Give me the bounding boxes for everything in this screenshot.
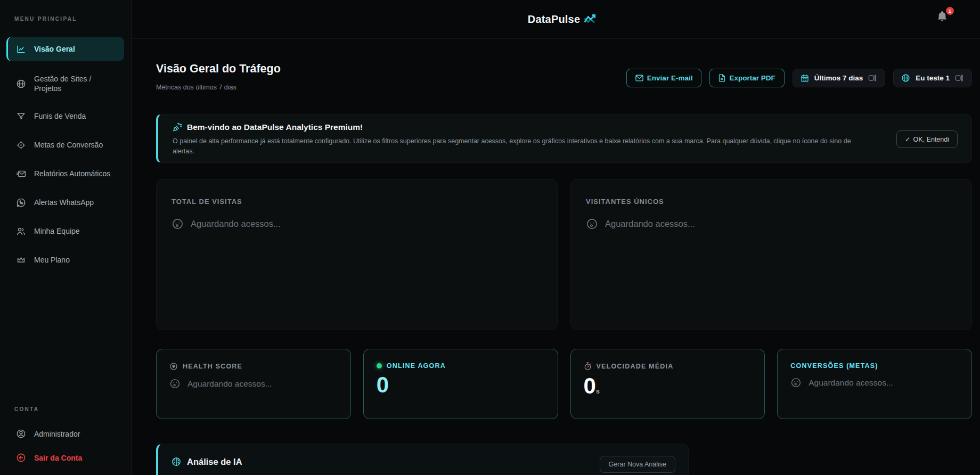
text-cursor-input-icon (955, 73, 964, 83)
users-icon (16, 226, 26, 236)
text-cursor-input-icon (868, 73, 877, 83)
export-pdf-label: Exportar PDF (729, 74, 775, 82)
stat-title: CONVERSÕES (METAS) (790, 362, 878, 370)
sidebar: MENU PRINCIPAL Visão Geral Gestão de Sit… (0, 0, 132, 475)
main-content: Visão Geral do Tráfego Métricas dos últi… (132, 39, 980, 475)
sidebar-item-administrador[interactable]: Administrador (0, 422, 131, 446)
sidebar-item-sair-da-conta[interactable]: Sair da Conta (0, 446, 131, 470)
sidebar-item-minha-equipe[interactable]: Minha Equipe (0, 217, 131, 245)
sidebar-item-label: Metas de Conversão (34, 141, 103, 149)
banner-dismiss-button[interactable]: ✓ OK, Entendi (896, 130, 958, 148)
app-logo: DataPulse (528, 13, 598, 26)
banner-body: O painel de alta performance já está tot… (173, 136, 860, 157)
card-placeholder: Aguardando acessos... (191, 219, 281, 229)
metric-cards-row: TOTAL DE VISITAS Aguardando acessos... V… (156, 179, 972, 330)
sidebar-account-section: CONTA Administrador Sair da Conta (0, 406, 131, 470)
line-chart-icon (16, 44, 26, 54)
stat-title: VELOCIDADE MÉDIA (597, 363, 674, 370)
card-placeholder: Aguardando acessos... (605, 219, 695, 229)
stats-row: HEALTH SCORE Aguardando acessos... ONLIN… (156, 349, 972, 419)
whatsapp-icon (16, 198, 26, 208)
card-visitantes-unicos: VISITANTES ÚNICOS Aguardando acessos... (570, 179, 972, 330)
stat-conversoes-metas: CONVERSÕES (METAS) Aguardando acessos... (777, 349, 972, 419)
banner-dismiss-label: OK, Entendi (913, 136, 949, 143)
stat-online-agora: ONLINE AGORA 0 (363, 349, 558, 419)
file-pdf-icon (718, 74, 725, 82)
account-section-label: CONTA (14, 406, 131, 412)
funnel-icon (16, 111, 26, 121)
ai-panel-title: Análise de IA (187, 457, 242, 467)
stat-placeholder: Aguardando acessos... (808, 378, 893, 388)
stat-title: HEALTH SCORE (183, 363, 242, 370)
waiting-face-icon (172, 218, 184, 230)
globe-cyan-icon (901, 73, 910, 83)
envelope-icon (635, 75, 643, 81)
waiting-face-icon (169, 378, 181, 389)
card-title: VISITANTES ÚNICOS (586, 198, 957, 206)
generate-analysis-button[interactable]: Gerar Nova Análise (600, 456, 675, 473)
sidebar-item-label: Gestão de Sites / Projetos (34, 74, 102, 93)
sidebar-item-label: Alertas WhatsApp (34, 198, 94, 207)
app-logo-text: DataPulse (528, 13, 581, 26)
brain-icon (171, 456, 182, 467)
site-selected-value: Eu teste 1 (916, 74, 950, 82)
calendar-icon (801, 74, 809, 83)
sidebar-item-label: Funis de Venda (34, 112, 86, 120)
site-select[interactable]: Eu teste 1 (893, 69, 972, 87)
sidebar-item-label: Meu Plano (34, 256, 70, 264)
stat-value: 0s (584, 374, 752, 398)
notification-bell-button[interactable]: 1 (936, 10, 950, 26)
party-popper-icon (173, 122, 182, 132)
toolbar: Enviar E-mail Exportar PDF Últimos 7 dia… (626, 69, 972, 87)
sidebar-item-metas[interactable]: Metas de Conversão (0, 130, 131, 159)
waiting-face-icon (586, 218, 598, 230)
send-email-button[interactable]: Enviar E-mail (626, 69, 702, 87)
stat-velocidade-media: VELOCIDADE MÉDIA 0s (570, 349, 765, 419)
notification-badge: 1 (946, 7, 954, 15)
page-title: Visão Geral do Tráfego (156, 62, 281, 76)
period-select[interactable]: Últimos 7 dias (793, 69, 886, 87)
sidebar-item-label: Minha Equipe (34, 227, 80, 235)
stat-placeholder: Aguardando acessos... (187, 379, 272, 389)
stat-value: 0 (377, 373, 545, 397)
page-subtitle: Métricas dos últimos 7 dias (156, 84, 236, 91)
sidebar-item-gestao-sites[interactable]: Gestão de Sites / Projetos (0, 65, 131, 102)
pulse-zigzag-icon (584, 14, 598, 25)
period-selected-value: Últimos 7 dias (814, 74, 863, 82)
card-title: TOTAL DE VISITAS (172, 198, 542, 206)
sidebar-item-visao-geral[interactable]: Visão Geral (6, 37, 124, 61)
welcome-banner: Bem-vindo ao DataPulse Analytics Premium… (156, 114, 972, 163)
banner-title: Bem-vindo ao DataPulse Analytics Premium… (187, 122, 363, 132)
user-circle-icon (16, 429, 26, 439)
globe-icon (16, 79, 26, 89)
mail-send-icon (16, 169, 26, 179)
sidebar-item-relatorios[interactable]: Relatórios Automáticos (0, 159, 131, 188)
stat-unit: s (596, 387, 600, 395)
waiting-face-icon (790, 377, 802, 388)
heart-circle-icon (169, 362, 178, 371)
sidebar-item-funis[interactable]: Funis de Venda (0, 102, 131, 130)
sidebar-item-meu-plano[interactable]: Meu Plano (0, 245, 131, 274)
export-pdf-button[interactable]: Exportar PDF (709, 69, 784, 87)
send-email-label: Enviar E-mail (647, 74, 693, 82)
sidebar-item-alertas-whatsapp[interactable]: Alertas WhatsApp (0, 188, 131, 217)
target-icon (16, 140, 26, 150)
menu-section-label: MENU PRINCIPAL (14, 16, 77, 22)
sidebar-item-label: Relatórios Automáticos (34, 169, 110, 178)
main-nav: Visão Geral Gestão de Sites / Projetos F… (0, 34, 131, 274)
crown-icon (16, 255, 26, 265)
stat-health-score: HEALTH SCORE Aguardando acessos... (156, 349, 351, 419)
online-status-dot (377, 363, 382, 368)
stat-title: ONLINE AGORA (387, 362, 446, 370)
top-header: DataPulse 1 (132, 0, 980, 39)
sidebar-item-label: Administrador (34, 430, 80, 438)
sidebar-item-label: Sair da Conta (34, 454, 82, 462)
logout-icon (16, 453, 26, 463)
stopwatch-icon (584, 362, 592, 371)
check-icon: ✓ (905, 135, 910, 143)
sidebar-item-label: Visão Geral (34, 45, 75, 53)
card-total-visitas: TOTAL DE VISITAS Aguardando acessos... (156, 179, 558, 330)
ai-analysis-panel: Análise de IA Gerar Nova Análise (156, 444, 689, 475)
